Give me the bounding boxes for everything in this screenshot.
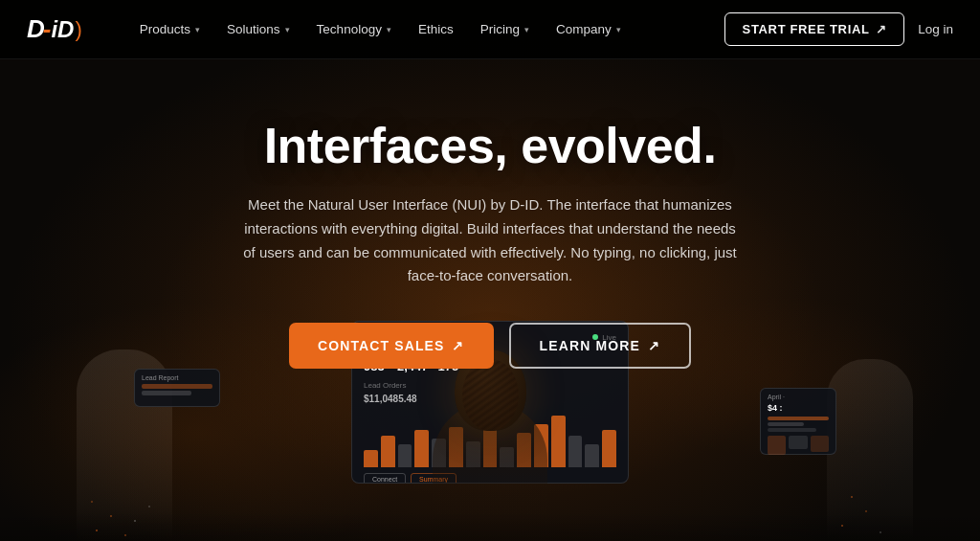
hero-section: Interfaces, evolved. Meet the Natural Us… [0, 59, 980, 369]
navbar: D - iD ) Products ▾ Solutions ▾ Technolo… [0, 0, 980, 59]
bar [364, 450, 378, 467]
chevron-down-icon: ▾ [387, 25, 391, 34]
chevron-down-icon: ▾ [285, 25, 290, 34]
floating-card-right: April · $4 : [760, 388, 836, 455]
nav-item-technology[interactable]: Technology ▾ [305, 16, 403, 42]
logo-d: D [27, 14, 43, 44]
floating-card-left: Lead Report [134, 369, 220, 407]
nav-links: Products ▾ Solutions ▾ Technology ▾ Ethi… [128, 16, 724, 42]
nav-right: START FREE TRIAL ↗ Log in [724, 12, 953, 46]
nav-item-ethics[interactable]: Ethics [407, 16, 465, 42]
logo-bracket: ) [75, 17, 81, 42]
contact-sales-button[interactable]: CONTACT SALES ↗ [289, 323, 494, 369]
nav-item-company[interactable]: Company ▾ [545, 16, 633, 42]
hero-subtitle: Meet the Natural User Interface (NUI) by… [241, 193, 739, 288]
arrow-icon: ↗ [452, 338, 464, 353]
dashboard-action-btn[interactable]: Connect [364, 473, 406, 484]
arrow-icon: ↗ [648, 338, 660, 353]
chevron-down-icon: ▾ [524, 25, 529, 34]
bar [602, 430, 616, 467]
chevron-down-icon: ▾ [616, 25, 621, 34]
start-trial-button[interactable]: START FREE TRIAL ↗ [724, 12, 905, 46]
logo-id: iD [51, 16, 74, 43]
login-link[interactable]: Log in [918, 22, 953, 36]
logo-hyphen: - [43, 14, 52, 44]
learn-more-button[interactable]: LEARN MORE ↗ [509, 323, 691, 369]
bar [585, 444, 599, 467]
arrow-icon: ↗ [876, 22, 887, 36]
nav-item-solutions[interactable]: Solutions ▾ [215, 16, 301, 42]
chevron-down-icon: ▾ [195, 25, 200, 34]
hero-buttons: CONTACT SALES ↗ LEARN MORE ↗ [289, 323, 691, 369]
bar [381, 436, 395, 467]
nav-item-products[interactable]: Products ▾ [128, 16, 212, 42]
nav-item-pricing[interactable]: Pricing ▾ [469, 16, 541, 42]
brand-logo[interactable]: D - iD ) [27, 14, 82, 44]
hero-title: Interfaces, evolved. [264, 117, 717, 174]
